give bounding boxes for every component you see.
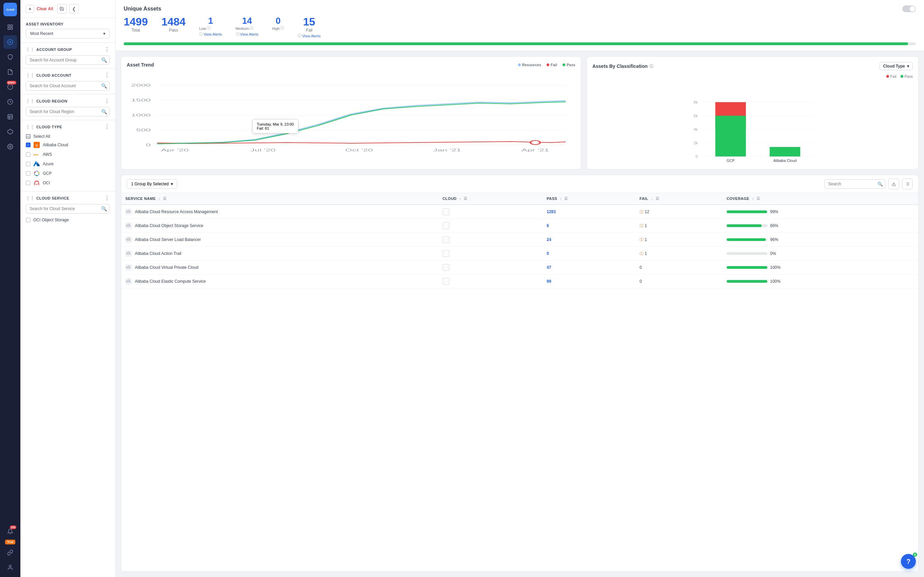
cloud-provider-icon <box>443 236 449 243</box>
table-row: Alibaba Cloud Object Storage Service 6 ⓘ… <box>121 219 918 233</box>
azure-checkbox[interactable] <box>26 161 31 166</box>
aws-checkbox[interactable] <box>26 152 31 157</box>
gcp-checkbox[interactable] <box>26 171 31 176</box>
cloud-type-gcp[interactable]: GCP <box>26 169 110 178</box>
drag-handle-cloud-account: ⋮⋮ <box>26 73 34 78</box>
alibaba-checkbox[interactable] <box>26 143 31 147</box>
cloud-region-more-button[interactable]: ⋮ <box>104 98 110 104</box>
expand-button[interactable]: + <box>26 5 34 13</box>
toggle-switch[interactable] <box>902 5 916 12</box>
oci-object-storage-checkbox[interactable] <box>26 218 31 222</box>
drag-handle-cloud-region: ⋮⋮ <box>26 99 34 103</box>
download-button[interactable] <box>888 179 899 189</box>
group-by-select[interactable]: 1 Group By Selected ▾ <box>127 179 177 189</box>
most-recent-dropdown[interactable]: Most Recent ▾ <box>26 29 110 39</box>
page-title: Unique Assets <box>124 6 162 12</box>
fail-alert-icon: ⓘ <box>297 33 301 39</box>
coverage-col-menu[interactable]: ☰ <box>756 197 760 201</box>
svg-point-38 <box>531 140 540 145</box>
coverage-sort-icon[interactable]: ↕ <box>752 197 754 201</box>
cloud-type-dropdown[interactable]: Cloud Type ▾ <box>879 62 913 70</box>
alert-badge: 9999+ <box>7 81 16 84</box>
table-nav-icon[interactable] <box>3 110 17 124</box>
drag-handle-cloud-service: ⋮⋮ <box>26 196 34 201</box>
svg-rect-76 <box>443 266 449 269</box>
fail-col-menu[interactable]: ☰ <box>656 197 659 201</box>
coverage-cell: 96% <box>722 233 918 247</box>
help-button[interactable]: ? 6 <box>901 554 916 569</box>
pass-sort-icon[interactable]: ↕ <box>560 197 562 201</box>
cloud-type-aws[interactable]: aws AWS <box>26 150 110 159</box>
service-name-sort-icon[interactable]: ↕ <box>158 197 160 201</box>
notifications-nav-icon[interactable]: 108 <box>3 525 17 538</box>
clear-all-button[interactable]: Clear All <box>37 6 53 11</box>
medium-view-alerts[interactable]: View Alerts <box>240 32 258 36</box>
select-all-checkbox[interactable]: — <box>26 134 31 139</box>
oci-checkbox[interactable] <box>26 181 31 185</box>
cloud-region-section: ⋮⋮ CLOUD REGION ⋮ 🔍 <box>20 94 115 120</box>
classification-info-icon: ⓘ <box>649 64 653 69</box>
cloud-type-more-button[interactable]: ⋮ <box>104 124 110 130</box>
shield-nav-icon[interactable] <box>3 50 17 64</box>
low-view-alerts[interactable]: View Alerts <box>204 32 222 36</box>
cloud-service-section: ⋮⋮ CLOUD SERVICE ⋮ 🔍 OCI Object Storage <box>20 191 115 227</box>
coverage-fill <box>727 238 766 241</box>
inventory-nav-icon[interactable] <box>3 35 17 49</box>
asset-trend-chart: 0 500 1000 1500 2000 <box>127 72 575 154</box>
columns-button[interactable] <box>902 179 913 189</box>
fail-sort-icon[interactable]: ↓ <box>651 197 653 201</box>
collapse-sidebar-button[interactable]: ❮ <box>69 4 79 14</box>
svg-rect-1 <box>11 25 13 26</box>
cloud-region-search-input[interactable] <box>26 107 110 116</box>
svg-point-17 <box>9 565 11 567</box>
alert-nav-icon[interactable]: 9999+ <box>3 80 17 93</box>
cloud-col-menu[interactable]: ☰ <box>464 197 467 201</box>
cloud-type-alibaba[interactable]: 云 Alibaba Cloud <box>26 140 110 150</box>
cloud-type-oci[interactable]: OCI <box>26 178 110 188</box>
fail-label: Fail <box>297 28 320 32</box>
aws-cloud-label: AWS <box>43 152 52 157</box>
cloud-sort-icon[interactable]: ↕ <box>459 197 461 201</box>
account-group-more-button[interactable]: ⋮ <box>104 46 110 53</box>
chevron-down-icon: ▾ <box>103 31 105 36</box>
cloud-service-more-button[interactable]: ⋮ <box>104 195 110 201</box>
table-row: Alibaba Cloud Resource Access Management… <box>121 205 918 219</box>
cloud-service-search-input[interactable] <box>26 204 110 213</box>
group-by-chevron-icon: ▾ <box>171 182 173 186</box>
oci-cloud-icon <box>33 179 40 186</box>
table-row: Alibaba Cloud Server Load Balancer 24 ⓘ … <box>121 233 918 247</box>
dashboard-nav-icon[interactable] <box>3 20 17 34</box>
service-table: 1 Group By Selected ▾ 🔍 <box>121 175 919 572</box>
account-group-search-input[interactable] <box>26 55 110 65</box>
gcp-cloud-icon <box>33 170 40 177</box>
cloud-type-azure[interactable]: Azure <box>26 159 110 169</box>
pass-legend-label: Pass <box>567 63 575 67</box>
medium-number: 14 <box>236 16 258 25</box>
pass-value: 6 <box>547 223 549 228</box>
settings-nav-icon[interactable] <box>3 140 17 153</box>
coverage-label: 96% <box>770 237 778 242</box>
pass-col-menu[interactable]: ☰ <box>564 197 568 201</box>
table-search-input[interactable] <box>824 179 885 189</box>
cloud-account-more-button[interactable]: ⋮ <box>104 72 110 78</box>
timer-nav-icon[interactable] <box>3 95 17 109</box>
save-filter-button[interactable] <box>57 4 66 14</box>
svg-rect-73 <box>443 251 449 256</box>
oci-object-storage-item[interactable]: OCI Object Storage <box>26 216 110 224</box>
fail-cell: ⓘ 1 <box>636 219 722 233</box>
report-nav-icon[interactable] <box>3 65 17 79</box>
coverage-fill <box>727 266 767 269</box>
user-nav-icon[interactable] <box>3 561 17 574</box>
network-nav-icon[interactable] <box>3 125 17 139</box>
pass-legend-dot <box>562 63 565 66</box>
service-name-col-menu[interactable]: ☰ <box>163 197 167 201</box>
integrations-nav-icon[interactable] <box>3 546 17 559</box>
select-all-label: Select All <box>33 134 50 139</box>
cloud-account-search-input[interactable] <box>26 81 110 90</box>
oci-object-storage-label: OCI Object Storage <box>33 218 69 222</box>
total-stat: 1499 Total <box>124 16 148 32</box>
fail-view-alerts[interactable]: View Alerts <box>302 34 320 38</box>
cloud-type-select-all[interactable]: — Select All <box>26 133 110 140</box>
pass-dot <box>901 75 903 78</box>
drag-handle-cloud-type: ⋮⋮ <box>26 124 34 129</box>
